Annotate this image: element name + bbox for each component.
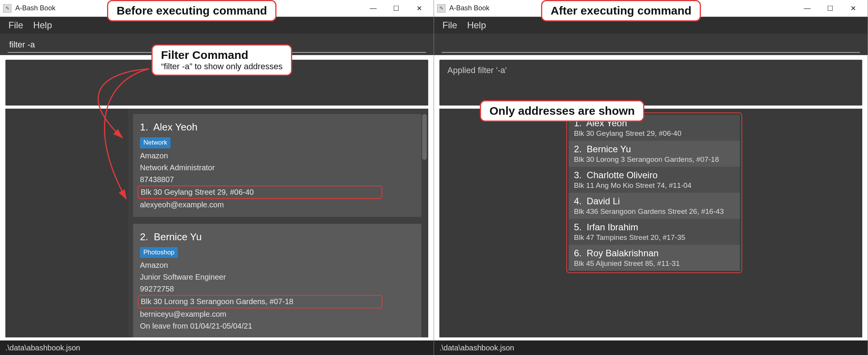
callout-after-title: After executing command — [541, 0, 701, 21]
close-button[interactable]: ✕ — [842, 1, 865, 16]
person-phone: 99272758 — [140, 283, 414, 295]
person-role: Junior Software Engineer — [140, 271, 414, 283]
filtered-list-highlight: 1. Alex Yeoh Blk 30 Geylang Street 29, #… — [566, 112, 742, 273]
person-tag: Network — [140, 137, 171, 148]
pane-before: ✎ A-Bash Book — ☐ ✕ File Help 1. Alex Ye… — [0, 0, 434, 355]
list-item[interactable]: 2. Bernice Yu Blk 30 Lorong 3 Serangoon … — [569, 141, 740, 167]
person-email: alexyeoh@example.com — [140, 199, 414, 211]
pane-after: ✎ A-Bash Book — ☐ ✕ File Help Applied fi… — [434, 0, 868, 355]
command-input[interactable] — [442, 37, 860, 53]
person-company: Amazon — [140, 259, 414, 271]
person-note: On leave from 01/04/21-05/04/21 — [140, 320, 414, 332]
callout-only-addresses: Only addresses are shown — [480, 100, 644, 122]
list-item[interactable]: 6. Roy Balakrishnan Blk 45 Aljunied Stre… — [569, 245, 740, 271]
person-address: Blk 30 Lorong 3 Serangoon Gardens, #07-1… — [140, 295, 414, 308]
person-list[interactable]: 1. Alex Yeoh Network Amazon Network Admi… — [128, 109, 428, 337]
status-path: .\data\abashbook.json — [5, 344, 80, 352]
result-box: Applied filter '-a' — [439, 60, 862, 106]
minimize-button[interactable]: — — [796, 1, 819, 16]
sidebar-spacer — [5, 109, 128, 337]
menu-file[interactable]: File — [442, 20, 457, 31]
person-role: Network Administrator — [140, 162, 414, 174]
app-icon: ✎ — [3, 4, 11, 13]
person-name: 1. Alex Yeoh — [140, 119, 414, 135]
menu-help[interactable]: Help — [467, 20, 486, 31]
person-card[interactable]: 2. Bernice Yu Photoshop Amazon Junior So… — [133, 224, 421, 337]
list-item[interactable]: 5. Irfan Ibrahim Blk 47 Tampines Street … — [569, 219, 740, 245]
person-email: berniceyu@example.com — [140, 308, 414, 320]
callout-before-title: Before executing command — [107, 0, 276, 21]
person-company: Amazon — [140, 150, 414, 162]
menu-file[interactable]: File — [8, 20, 23, 31]
maximize-button[interactable]: ☐ — [385, 1, 408, 16]
status-bar: .\data\abashbook.json — [0, 340, 434, 355]
content-area: 1. Alex Yeoh Network Amazon Network Admi… — [5, 109, 428, 337]
content-area: 1. Alex Yeoh Blk 30 Geylang Street 29, #… — [439, 109, 862, 337]
close-button[interactable]: ✕ — [408, 1, 431, 16]
person-list-filtered[interactable]: 1. Alex Yeoh Blk 30 Geylang Street 29, #… — [562, 109, 862, 337]
result-text: Applied filter '-a' — [447, 65, 507, 75]
person-address: Blk 30 Geylang Street 29, #06-40 — [140, 186, 414, 199]
scrollbar[interactable] — [422, 114, 427, 160]
list-item[interactable]: 3. Charlotte Oliveiro Blk 11 Ang Mo Kio … — [569, 167, 740, 193]
person-tag: Photoshop — [140, 247, 178, 258]
minimize-button[interactable]: — — [362, 1, 385, 16]
menu-help[interactable]: Help — [33, 20, 52, 31]
callout-filter-command: Filter Command “filter -a” to show only … — [151, 44, 292, 76]
person-card[interactable]: 1. Alex Yeoh Network Amazon Network Admi… — [133, 114, 421, 217]
window-buttons: — ☐ ✕ — [796, 1, 865, 16]
maximize-button[interactable]: ☐ — [819, 1, 842, 16]
list-item[interactable]: 4. David Li Blk 436 Serangoon Gardens St… — [569, 193, 740, 219]
person-phone: 87438807 — [140, 174, 414, 186]
command-row — [434, 34, 868, 55]
status-path: .\data\abashbook.json — [439, 344, 514, 352]
person-name: 2. Bernice Yu — [140, 229, 414, 244]
app-icon: ✎ — [437, 4, 445, 13]
sidebar-spacer — [439, 109, 562, 337]
window-buttons: — ☐ ✕ — [362, 1, 431, 16]
status-bar: .\data\abashbook.json — [434, 340, 868, 355]
